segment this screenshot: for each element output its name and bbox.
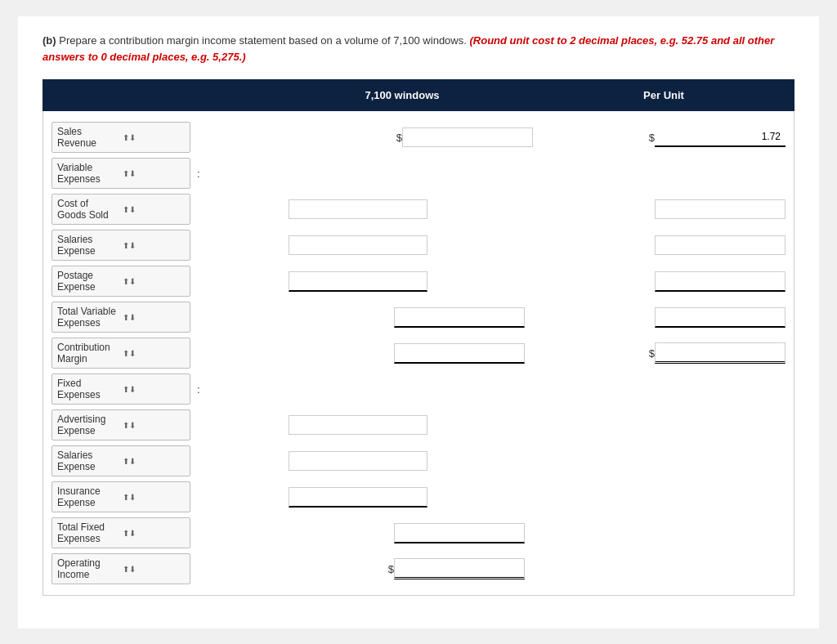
header-col2: 7,100 windows — [271, 79, 533, 111]
sales-revenue-7100-input[interactable] — [402, 127, 533, 147]
fixed-expenses-arrow-icon: ⬆⬇ — [123, 385, 185, 394]
postage-arrow-icon: ⬆⬇ — [123, 277, 185, 286]
sales-revenue-label-cell: Sales Revenue ⬆⬇ — [51, 122, 280, 153]
insurance-label-cell: Insurance Expense ⬆⬇ — [51, 481, 280, 512]
sales-revenue-perunit-dollar: $ — [649, 132, 655, 144]
salaries-fix-arrow-icon: ⬆⬇ — [123, 457, 185, 466]
total-var-select-label: Total Variable Expenses — [57, 306, 119, 329]
contrib-margin-dollar: $ — [649, 347, 655, 360]
contrib-margin-select-label: Contribution Margin — [57, 342, 119, 364]
sales-revenue-7100-cell: $ — [280, 127, 533, 147]
form-area: Sales Revenue ⬆⬇ $ $ Variable Expenses ⬆… — [43, 111, 794, 596]
postage-7100-input[interactable] — [289, 271, 427, 292]
table-header: 7,100 windows Per Unit — [43, 79, 794, 111]
sales-revenue-dollar: $ — [396, 132, 402, 144]
fixed-expenses-select-label: Fixed Expenses — [57, 378, 119, 400]
advertising-7100-input[interactable] — [289, 415, 427, 435]
postage-select[interactable]: Postage Expense ⬆⬇ — [51, 266, 190, 297]
salaries-fix-label-cell: Salaries Expense ⬆⬇ — [51, 445, 280, 476]
operating-income-row: Operating Income ⬆⬇ $ — [43, 551, 794, 587]
main-container: (b) Prepare a contribution margin income… — [18, 16, 819, 628]
cogs-arrow-icon: ⬆⬇ — [123, 205, 185, 214]
insurance-7100-cell — [280, 487, 533, 508]
salaries-var-row: Salaries Expense ⬆⬇ — [43, 227, 794, 263]
advertising-arrow-icon: ⬆⬇ — [123, 421, 185, 430]
salaries-fix-row: Salaries Expense ⬆⬇ — [43, 443, 794, 479]
postage-perunit-input[interactable] — [655, 271, 786, 292]
cogs-7100-input[interactable] — [289, 199, 427, 219]
salaries-var-select[interactable]: Salaries Expense ⬆⬇ — [51, 230, 190, 261]
salaries-fix-7100-cell — [280, 451, 533, 471]
contrib-margin-7100-input[interactable] — [394, 343, 525, 364]
salaries-var-arrow-icon: ⬆⬇ — [123, 241, 185, 250]
fixed-expenses-row: Fixed Expenses ⬆⬇ : — [43, 371, 794, 407]
total-var-label-cell: Total Variable Expenses ⬆⬇ — [51, 302, 280, 333]
advertising-7100-cell — [280, 415, 533, 435]
advertising-select[interactable]: Advertising Expense ⬆⬇ — [51, 409, 190, 441]
fixed-expenses-select[interactable]: Fixed Expenses ⬆⬇ — [51, 373, 190, 405]
operating-income-select[interactable]: Operating Income ⬆⬇ — [51, 553, 190, 584]
salaries-fix-select[interactable]: Salaries Expense ⬆⬇ — [51, 445, 190, 476]
insurance-select[interactable]: Insurance Expense ⬆⬇ — [51, 481, 190, 512]
variable-expenses-label-cell: Variable Expenses ⬆⬇ : — [51, 158, 280, 189]
header-col3: Per Unit — [533, 79, 794, 111]
total-var-perunit-input[interactable] — [655, 307, 786, 328]
cogs-row: Cost of Goods Sold ⬆⬇ — [43, 191, 794, 227]
operating-income-7100-cell: $ — [280, 558, 533, 579]
insurance-7100-input[interactable] — [289, 487, 427, 508]
salaries-var-perunit-input[interactable] — [655, 235, 786, 255]
total-var-row: Total Variable Expenses ⬆⬇ — [43, 299, 794, 335]
salaries-fix-7100-input[interactable] — [289, 451, 427, 471]
total-var-perunit-cell — [533, 307, 786, 328]
postage-row: Postage Expense ⬆⬇ — [43, 263, 794, 299]
variable-expenses-row: Variable Expenses ⬆⬇ : — [43, 155, 794, 191]
variable-expenses-select[interactable]: Variable Expenses ⬆⬇ — [51, 158, 190, 189]
insurance-arrow-icon: ⬆⬇ — [123, 493, 185, 502]
total-fix-7100-input[interactable] — [394, 523, 525, 543]
operating-income-label-cell: Operating Income ⬆⬇ — [51, 553, 280, 584]
cogs-perunit-input[interactable] — [655, 199, 786, 219]
sales-revenue-select[interactable]: Sales Revenue ⬆⬇ — [51, 122, 190, 153]
insurance-row: Insurance Expense ⬆⬇ — [43, 479, 794, 515]
contrib-margin-7100-cell — [280, 343, 533, 364]
cogs-perunit-cell — [533, 199, 786, 219]
variable-expenses-select-label: Variable Expenses — [57, 162, 119, 185]
insurance-select-label: Insurance Expense — [57, 485, 119, 508]
total-fix-row: Total Fixed Expenses ⬆⬇ — [43, 515, 794, 551]
cogs-select[interactable]: Cost of Goods Sold ⬆⬇ — [51, 194, 190, 225]
contrib-margin-row: Contribution Margin ⬆⬇ $ — [43, 335, 794, 371]
advertising-label-cell: Advertising Expense ⬆⬇ — [51, 409, 280, 441]
salaries-var-7100-input[interactable] — [289, 235, 427, 255]
contrib-margin-select[interactable]: Contribution Margin ⬆⬇ — [51, 338, 190, 369]
salaries-fix-select-label: Salaries Expense — [57, 449, 119, 472]
contrib-margin-perunit-cell: $ — [533, 342, 786, 364]
variable-expenses-colon: : — [197, 168, 200, 180]
advertising-row: Advertising Expense ⬆⬇ — [43, 407, 794, 443]
fixed-expenses-colon: : — [197, 383, 200, 396]
total-var-select[interactable]: Total Variable Expenses ⬆⬇ — [51, 302, 190, 333]
postage-perunit-cell — [533, 271, 786, 292]
fixed-expenses-label-cell: Fixed Expenses ⬆⬇ : — [51, 373, 280, 405]
total-fix-7100-cell — [280, 523, 533, 543]
contrib-margin-perunit-input[interactable] — [655, 342, 786, 364]
salaries-var-label-cell: Salaries Expense ⬆⬇ — [51, 230, 280, 261]
intro-text: (b) Prepare a contribution margin income… — [43, 33, 794, 65]
total-fix-label-cell: Total Fixed Expenses ⬆⬇ — [51, 517, 280, 548]
sales-revenue-perunit-input[interactable] — [655, 127, 786, 147]
total-var-7100-input[interactable] — [394, 307, 525, 328]
intro-body: Prepare a contribution margin income sta… — [56, 34, 467, 47]
operating-income-7100-input[interactable] — [394, 558, 525, 579]
total-var-arrow-icon: ⬆⬇ — [123, 313, 185, 322]
cogs-select-label: Cost of Goods Sold — [57, 198, 119, 221]
total-var-7100-cell — [280, 307, 533, 328]
advertising-select-label: Advertising Expense — [57, 414, 119, 436]
cogs-7100-cell — [280, 199, 533, 219]
operating-income-dollar: $ — [388, 563, 394, 575]
total-fix-select[interactable]: Total Fixed Expenses ⬆⬇ — [51, 517, 190, 548]
salaries-var-7100-cell — [280, 235, 533, 255]
salaries-var-perunit-cell — [533, 235, 786, 255]
sales-revenue-arrow-icon: ⬆⬇ — [123, 133, 185, 142]
salaries-var-select-label: Salaries Expense — [57, 234, 119, 257]
sales-revenue-select-label: Sales Revenue — [57, 126, 119, 149]
total-fix-arrow-icon: ⬆⬇ — [123, 529, 185, 538]
